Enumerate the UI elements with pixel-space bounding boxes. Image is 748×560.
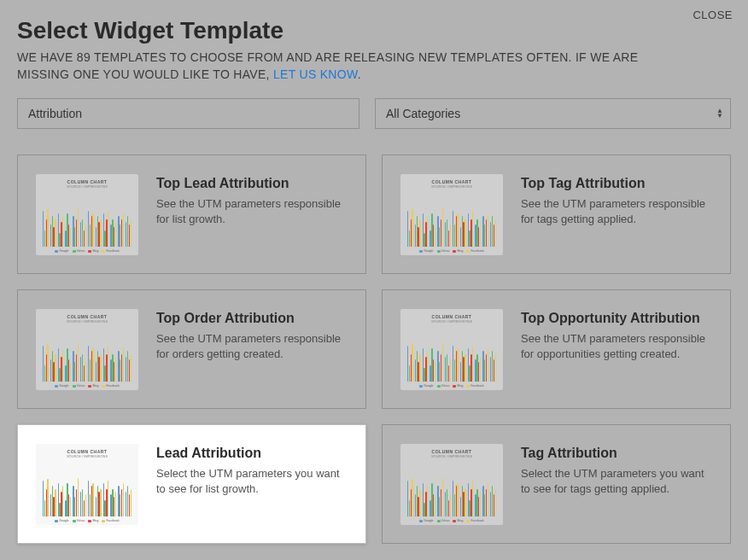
card-desc: See the UTM parameters responsible for t… (521, 196, 716, 227)
card-text: Top Order AttributionSee the UTM paramet… (156, 306, 352, 393)
select-arrows-icon: ▲▼ (716, 108, 723, 119)
chart-thumbnail: COLUMN CHARTSOURCE / IMPRESSIONSGoogleYa… (36, 444, 138, 525)
template-card[interactable]: COLUMN CHARTSOURCE / IMPRESSIONSGoogleYa… (382, 289, 731, 409)
chart-thumbnail: COLUMN CHARTSOURCE / IMPRESSIONSGoogleYa… (36, 309, 138, 390)
thumb-subtitle: SOURCE / IMPRESSIONS (41, 454, 133, 458)
card-thumb: COLUMN CHARTSOURCE / IMPRESSIONSGoogleYa… (32, 171, 143, 258)
category-value: All Categories (386, 107, 460, 120)
category-select[interactable]: All Categories ▲▼ (375, 98, 731, 129)
thumb-chart (41, 461, 133, 516)
thumb-legend: GoogleYahooBingFacebook (406, 519, 498, 522)
thumb-legend: GoogleYahooBingFacebook (41, 519, 133, 522)
card-desc: Select the UTM parameters you want to se… (156, 466, 352, 497)
thumb-subtitle: SOURCE / IMPRESSIONS (41, 184, 133, 189)
card-title: Top Order Attribution (156, 311, 352, 326)
thumb-legend: GoogleYahooBingFacebook (406, 384, 498, 388)
thumb-subtitle: SOURCE / IMPRESSIONS (406, 454, 498, 458)
thumb-chart (406, 461, 498, 516)
card-text: Top Lead AttributionSee the UTM paramete… (156, 171, 352, 258)
card-desc: Select the UTM parameters you want to se… (521, 466, 716, 497)
chart-thumbnail: COLUMN CHARTSOURCE / IMPRESSIONSGoogleYa… (400, 174, 503, 255)
thumb-legend: GoogleYahooBingFacebook (41, 384, 133, 388)
card-thumb: COLUMN CHARTSOURCE / IMPRESSIONSGoogleYa… (396, 440, 507, 528)
template-card[interactable]: COLUMN CHARTSOURCE / IMPRESSIONSGoogleYa… (17, 289, 366, 409)
close-button[interactable]: CLOSE (692, 9, 733, 21)
chart-thumbnail: COLUMN CHARTSOURCE / IMPRESSIONSGoogleYa… (36, 174, 138, 255)
template-card[interactable]: COLUMN CHARTSOURCE / IMPRESSIONSGoogleYa… (17, 424, 366, 544)
page-title: Select Widget Template (17, 17, 731, 44)
thumb-chart (406, 326, 498, 382)
card-text: Top Opportunity AttributionSee the UTM p… (521, 306, 716, 393)
thumb-subtitle: SOURCE / IMPRESSIONS (41, 319, 133, 324)
card-desc: See the UTM parameters responsible for o… (156, 331, 352, 362)
chart-thumbnail: COLUMN CHARTSOURCE / IMPRESSIONSGoogleYa… (400, 444, 503, 525)
card-thumb: COLUMN CHARTSOURCE / IMPRESSIONSGoogleYa… (396, 306, 507, 393)
template-card[interactable]: COLUMN CHARTSOURCE / IMPRESSIONSGoogleYa… (382, 155, 731, 274)
card-title: Top Lead Attribution (156, 176, 352, 191)
card-thumb: COLUMN CHARTSOURCE / IMPRESSIONSGoogleYa… (32, 440, 143, 528)
card-desc: See the UTM parameters responsible for l… (156, 196, 352, 227)
chart-thumbnail: COLUMN CHARTSOURCE / IMPRESSIONSGoogleYa… (400, 309, 503, 390)
thumb-subtitle: SOURCE / IMPRESSIONS (406, 184, 498, 189)
thumb-subtitle: SOURCE / IMPRESSIONS (406, 319, 498, 324)
thumb-legend: GoogleYahooBingFacebook (41, 249, 133, 253)
template-card[interactable]: COLUMN CHARTSOURCE / IMPRESSIONSGoogleYa… (382, 424, 731, 544)
let-us-know-link[interactable]: LET US KNOW (273, 67, 358, 81)
subtitle-suffix: . (358, 67, 361, 81)
search-input[interactable] (17, 98, 359, 129)
thumb-chart (406, 191, 498, 247)
card-title: Top Opportunity Attribution (521, 311, 716, 326)
thumb-legend: GoogleYahooBingFacebook (406, 249, 498, 253)
card-text: Top Tag AttributionSee the UTM parameter… (521, 171, 716, 258)
card-title: Lead Attribution (156, 446, 352, 461)
card-desc: See the UTM parameters responsible for o… (521, 331, 716, 362)
template-card[interactable]: COLUMN CHARTSOURCE / IMPRESSIONSGoogleYa… (17, 155, 366, 274)
thumb-chart (41, 191, 133, 247)
card-thumb: COLUMN CHARTSOURCE / IMPRESSIONSGoogleYa… (32, 306, 143, 393)
card-text: Tag AttributionSelect the UTM parameters… (521, 440, 716, 528)
thumb-chart (41, 326, 133, 382)
card-title: Tag Attribution (521, 446, 716, 461)
card-thumb: COLUMN CHARTSOURCE / IMPRESSIONSGoogleYa… (396, 171, 507, 258)
card-text: Lead AttributionSelect the UTM parameter… (156, 440, 352, 528)
page-subtitle: WE HAVE 89 TEMPLATES TO CHOOSE FROM AND … (17, 50, 683, 83)
filter-row: All Categories ▲▼ (17, 98, 731, 129)
template-grid: COLUMN CHARTSOURCE / IMPRESSIONSGoogleYa… (17, 155, 731, 544)
card-title: Top Tag Attribution (521, 176, 716, 191)
